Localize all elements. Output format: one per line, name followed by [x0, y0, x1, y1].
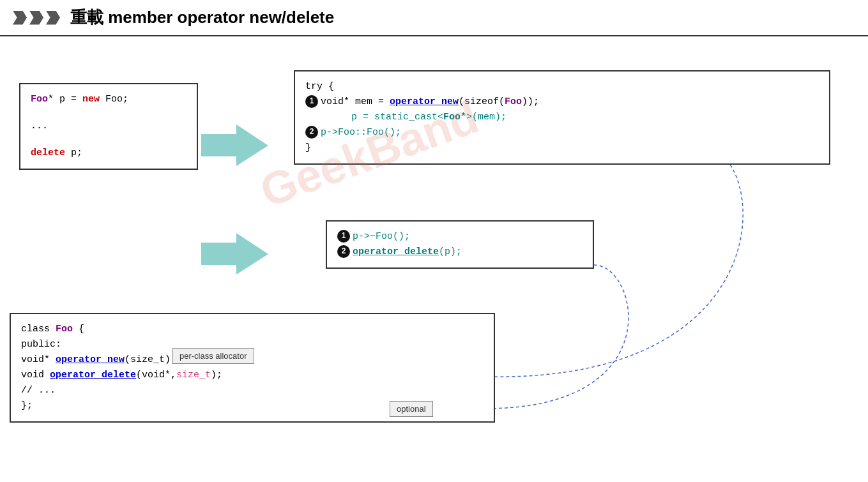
code-operator-new: operator new [390, 96, 459, 107]
code-box-left: Foo* p = new Foo; ... delete p; [19, 83, 198, 170]
badge-2b: 2 [337, 245, 350, 258]
page-title: 重載 member operator new/delete [70, 6, 334, 29]
tooltip-optional: optional [390, 401, 433, 417]
code-new: new [82, 94, 100, 105]
code-try: try { [305, 79, 819, 94]
code-operator-new-line: 1void* mem = operator new(sizeof(Foo)); [305, 94, 819, 110]
code-box-right-bottom: 1p->~Foo(); 2operator delete(p); [326, 220, 594, 269]
icon-stripe-1 [13, 11, 27, 25]
code-line-new: Foo* p = new Foo; [31, 92, 187, 107]
badge-1b: 1 [337, 230, 350, 243]
tooltip-allocator: per-class allocator [172, 348, 254, 364]
code-foo-constructor-line: 2p->Foo::Foo(); [305, 125, 819, 140]
code-comment: // ... [21, 383, 483, 398]
icon-stripe-3 [46, 11, 60, 25]
icon-stripe-2 [29, 11, 43, 25]
code-op-delete-decl: void operator delete(void*,size_t); [21, 368, 483, 383]
svg-marker-4 [201, 233, 268, 275]
badge-2: 2 [305, 126, 318, 139]
code-class-decl: class Foo { [21, 322, 483, 337]
header: 重載 member operator new/delete [0, 0, 868, 36]
svg-marker-3 [201, 124, 268, 166]
code-box-right-top: try { 1void* mem = operator new(sizeof(F… [294, 70, 830, 165]
code-delete: delete [31, 147, 65, 158]
badge-1: 1 [305, 95, 318, 108]
code-static-cast-line: p = static_cast<Foo*>(mem); [305, 110, 819, 125]
code-destructor-line: 1p->~Foo(); [337, 229, 582, 245]
code-foo-1: Foo [31, 94, 48, 105]
code-line-dots: ... [31, 119, 187, 134]
code-try-close: } [305, 140, 819, 156]
code-line-delete: delete p; [31, 146, 187, 161]
header-icon [13, 11, 60, 25]
code-operator-delete-line: 2operator delete(p); [337, 245, 582, 260]
